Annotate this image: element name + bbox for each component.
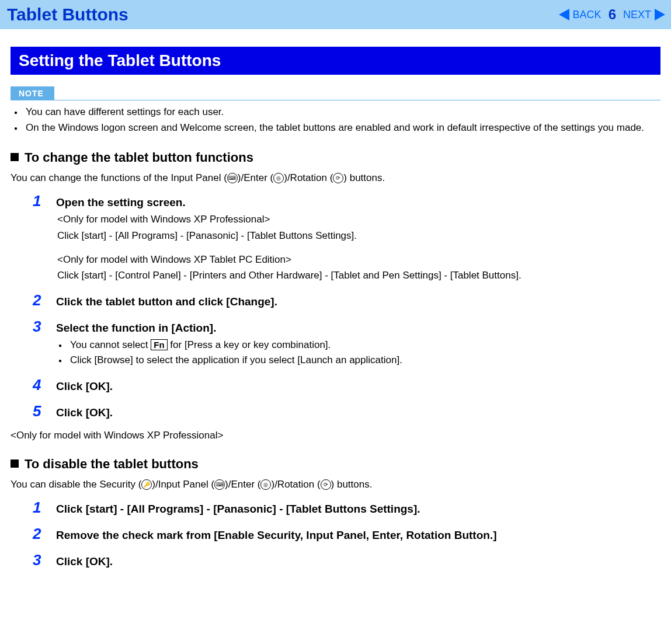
rotation-icon: ⟳	[333, 173, 343, 183]
header-bar: Tablet Buttons BACK 6 NEXT	[0, 0, 671, 29]
step-number: 4	[33, 376, 46, 394]
disable-steps: 1 Click [start] - [All Programs] - [Pana…	[33, 499, 660, 569]
text: )/Enter (	[238, 172, 273, 183]
step-title: Click [OK].	[56, 380, 113, 393]
step: 5 Click [OK].	[33, 402, 660, 420]
page-number: 6	[609, 6, 616, 23]
text: for [Press a key or key combination].	[168, 339, 331, 350]
input-panel-icon: ⌨	[214, 479, 225, 490]
text: You can disable the Security (	[11, 479, 141, 490]
nav-group: BACK 6 NEXT	[559, 6, 665, 23]
step: 1 Click [start] - [All Programs] - [Pana…	[33, 499, 660, 517]
page-title: Tablet Buttons	[7, 5, 128, 25]
step-title: Click the tablet button and click [Chang…	[56, 295, 277, 308]
text: You cannot select	[70, 339, 151, 350]
back-button[interactable]: BACK	[573, 9, 602, 21]
step-body: You cannot select Fn for [Press a key or…	[57, 338, 660, 368]
step-number: 3	[33, 318, 46, 336]
section-heading: Setting the Tablet Buttons	[11, 47, 660, 75]
arrow-left-icon[interactable]	[559, 9, 569, 20]
text: You can change the functions of the Inpu…	[11, 172, 227, 183]
step-number: 1	[33, 192, 46, 210]
step-title: Select the function in [Action].	[56, 322, 216, 335]
text: )/Enter (	[225, 479, 260, 490]
step-number: 1	[33, 499, 46, 517]
step: 3 Click [OK].	[33, 551, 660, 569]
text: ) buttons.	[343, 172, 385, 183]
step: 1 Open the setting screen. <Only for mod…	[33, 192, 660, 283]
step: 2 Click the tablet button and click [Cha…	[33, 291, 660, 309]
step: 4 Click [OK].	[33, 376, 660, 394]
bullet-item: Click [Browse] to select the application…	[70, 353, 660, 368]
square-bullet-icon	[11, 153, 19, 161]
input-panel-icon: ⌨	[227, 173, 238, 183]
step-title: Click [OK].	[56, 406, 113, 419]
step: 3 Select the function in [Action]. You c…	[33, 318, 660, 368]
note-item: You can have different settings for each…	[26, 105, 660, 120]
square-bullet-icon	[11, 459, 19, 468]
note-item: On the Windows logon screen and Welcome …	[26, 121, 660, 135]
only-xp-pro-note: <Only for model with Windows XP Professi…	[11, 430, 660, 441]
step-title: Click [OK].	[56, 555, 113, 568]
bullet-item: You cannot select Fn for [Press a key or…	[70, 338, 660, 353]
text: Click [start] - [Control Panel] - [Print…	[57, 269, 660, 283]
step-title: Click [start] - [All Programs] - [Panaso…	[56, 503, 420, 516]
fn-key-icon: Fn	[151, 339, 167, 350]
enter-icon: ◎	[260, 479, 271, 490]
step-number: 2	[33, 525, 46, 543]
disable-intro: You can disable the Security (🔑)/Input P…	[11, 479, 660, 490]
rotation-icon: ⟳	[321, 479, 331, 490]
note-block: NOTE You can have different settings for…	[11, 86, 660, 135]
step-number: 3	[33, 551, 46, 569]
subheading-text: To disable the tablet buttons	[25, 457, 199, 471]
change-steps: 1 Open the setting screen. <Only for mod…	[33, 192, 660, 420]
security-icon: 🔑	[141, 479, 152, 490]
content: Setting the Tablet Buttons NOTE You can …	[0, 47, 671, 595]
subheading-disable: To disable the tablet buttons	[11, 457, 660, 472]
step-number: 2	[33, 291, 46, 309]
text: )/Input Panel (	[152, 479, 214, 490]
step-title: Open the setting screen.	[56, 196, 186, 209]
enter-icon: ◎	[273, 173, 284, 183]
subheading-text: To change the tablet button functions	[25, 150, 253, 165]
change-intro: You can change the functions of the Inpu…	[11, 172, 660, 184]
step-title: Remove the check mark from [Enable Secur…	[56, 529, 497, 542]
next-button[interactable]: NEXT	[623, 9, 651, 21]
text: <Only for model with Windows XP Professi…	[57, 213, 660, 227]
text: )/Rotation (	[271, 479, 320, 490]
step-number: 5	[33, 402, 46, 420]
text: <Only for model with Windows XP Tablet P…	[57, 253, 660, 267]
note-list: You can have different settings for each…	[11, 105, 660, 135]
step-body: <Only for model with Windows XP Professi…	[57, 213, 660, 283]
text: )/Rotation (	[284, 172, 333, 183]
text: ) buttons.	[331, 479, 373, 490]
arrow-right-icon[interactable]	[655, 9, 665, 20]
subheading-change: To change the tablet button functions	[11, 150, 660, 165]
note-label: NOTE	[11, 86, 54, 100]
note-rule	[11, 100, 660, 100]
text: Click [start] - [All Programs] - [Panaso…	[57, 229, 660, 243]
step: 2 Remove the check mark from [Enable Sec…	[33, 525, 660, 543]
